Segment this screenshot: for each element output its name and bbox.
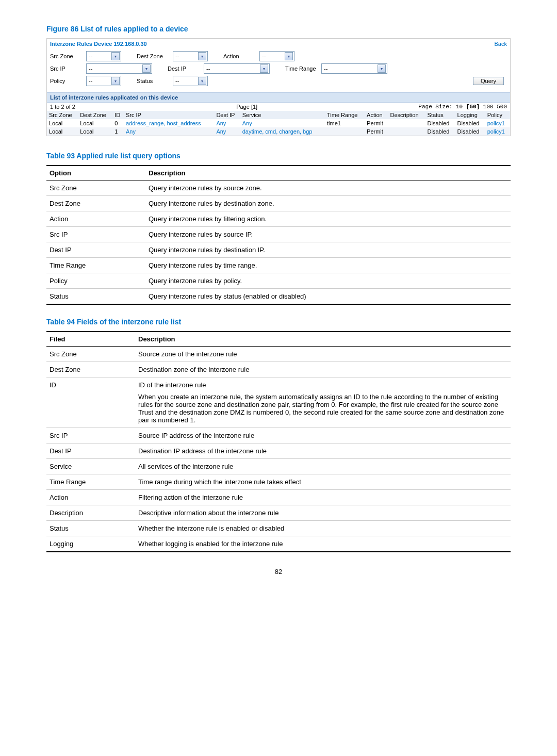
- src-ip-link[interactable]: address_range, host_address: [124, 119, 214, 127]
- table-row: Dest ZoneQuery interzone rules by destin…: [46, 196, 511, 211]
- table-row: Time RangeTime range during which the in…: [46, 474, 511, 490]
- table-row: Time RangeQuery interzone rules by time …: [46, 258, 511, 273]
- table94-head-description: Description: [135, 332, 511, 347]
- policy-label: Policy: [50, 78, 86, 84]
- table-row: DescriptionDescriptive information about…: [46, 505, 511, 521]
- dest-ip-link[interactable]: Any: [214, 127, 240, 136]
- pager-center: Page [1]: [75, 104, 418, 110]
- status-label: Status: [137, 78, 173, 84]
- chevron-down-icon: ▾: [260, 64, 268, 73]
- chevron-down-icon: ▾: [378, 64, 386, 73]
- chevron-down-icon: ▾: [111, 77, 120, 85]
- pager-right: Page Size: 10 [50] 100 500: [418, 104, 507, 110]
- col-status: Status: [425, 111, 455, 119]
- dest-ip-label: Dest IP: [168, 65, 204, 72]
- back-link[interactable]: Back: [495, 41, 507, 47]
- screenshot-title: Interzone Rules Device 192.168.0.30: [50, 41, 147, 47]
- service-link[interactable]: daytime, cmd, chargen, bgp: [240, 127, 325, 136]
- interzone-rules-screenshot: Interzone Rules Device 192.168.0.30 Back…: [46, 38, 511, 136]
- table-row: Src ZoneQuery interzone rules by source …: [46, 180, 511, 196]
- col-service: Service: [240, 111, 325, 119]
- list-band: List of interzone rules applicated on th…: [47, 92, 510, 103]
- table94-head-filed: Filed: [46, 332, 135, 347]
- src-ip-select[interactable]: --▾: [86, 63, 152, 74]
- action-label: Action: [223, 53, 259, 59]
- table-row: LoggingWhether logging is enabled for th…: [46, 536, 511, 552]
- table-row: ActionQuery interzone rules by filtering…: [46, 211, 511, 227]
- figure-caption: Figure 86 List of rules applied to a dev…: [46, 25, 511, 33]
- col-policy: Policy: [485, 111, 510, 119]
- table93: Option Description Src ZoneQuery interzo…: [46, 165, 511, 305]
- policy-link[interactable]: policy1: [485, 119, 510, 127]
- table-row: Src IPSource IP address of the interzone…: [46, 428, 511, 443]
- table-row: Dest IPDestination IP address of the int…: [46, 443, 511, 459]
- col-action: Action: [365, 111, 388, 119]
- chevron-down-icon: ▾: [198, 52, 206, 60]
- time-range-label: Time Range: [285, 65, 321, 72]
- pager-left: 1 to 2 of 2: [50, 104, 75, 110]
- table-row: Src IPQuery interzone rules by source IP…: [46, 227, 511, 242]
- table93-head-description: Description: [145, 166, 511, 180]
- service-link[interactable]: Any: [240, 119, 325, 127]
- page-number: 82: [46, 568, 511, 576]
- src-zone-select[interactable]: --▾: [86, 51, 121, 61]
- table-row: StatusWhether the interzone rule is enab…: [46, 521, 511, 536]
- table-row: Local Local 0 address_range, host_addres…: [47, 119, 510, 127]
- col-logging: Logging: [455, 111, 485, 119]
- col-src-ip: Src IP: [124, 111, 214, 119]
- chevron-down-icon: ▾: [111, 52, 120, 60]
- table-row: StatusQuery interzone rules by status (e…: [46, 289, 511, 305]
- chevron-down-icon: ▾: [285, 52, 293, 60]
- src-ip-label: Src IP: [50, 65, 86, 72]
- dest-ip-select[interactable]: --▾: [204, 63, 270, 74]
- dest-zone-label: Dest Zone: [137, 53, 173, 59]
- col-src-zone: Src Zone: [47, 111, 78, 119]
- table93-caption: Table 93 Applied rule list query options: [46, 152, 511, 160]
- action-select[interactable]: --▾: [259, 51, 294, 61]
- status-select[interactable]: --▾: [173, 76, 208, 86]
- col-time-range: Time Range: [325, 111, 365, 119]
- table-row: Dest IPQuery interzone rules by destinat…: [46, 242, 511, 258]
- table-row: IDID of the interzone ruleWhen you creat…: [46, 377, 511, 428]
- table-row: Local Local 1 Any Any daytime, cmd, char…: [47, 127, 510, 136]
- col-id: ID: [112, 111, 124, 119]
- col-dest-ip: Dest IP: [214, 111, 240, 119]
- table-row: ActionFiltering action of the interzone …: [46, 490, 511, 505]
- dest-ip-link[interactable]: Any: [214, 119, 240, 127]
- chevron-down-icon: ▾: [198, 77, 206, 85]
- table94-caption: Table 94 Fields of the interzone rule li…: [46, 318, 511, 326]
- dest-zone-select[interactable]: --▾: [173, 51, 208, 61]
- chevron-down-icon: ▾: [142, 64, 151, 73]
- col-description: Description: [388, 111, 425, 119]
- table-row: Src ZoneSource zone of the interzone rul…: [46, 347, 511, 362]
- table-row: PolicyQuery interzone rules by policy.: [46, 273, 511, 289]
- table94: Filed Description Src ZoneSource zone of…: [46, 331, 511, 552]
- src-zone-label: Src Zone: [50, 53, 86, 59]
- table-row: Dest ZoneDestination zone of the interzo…: [46, 362, 511, 377]
- table-row: ServiceAll services of the interzone rul…: [46, 459, 511, 474]
- query-button[interactable]: Query: [473, 77, 504, 85]
- policy-link[interactable]: policy1: [485, 127, 510, 136]
- src-ip-link[interactable]: Any: [124, 127, 214, 136]
- time-range-select[interactable]: --▾: [321, 63, 387, 74]
- policy-select[interactable]: --▾: [86, 76, 121, 86]
- rules-table: Src Zone Dest Zone ID Src IP Dest IP Ser…: [47, 111, 510, 136]
- col-dest-zone: Dest Zone: [78, 111, 112, 119]
- table93-head-option: Option: [46, 166, 145, 180]
